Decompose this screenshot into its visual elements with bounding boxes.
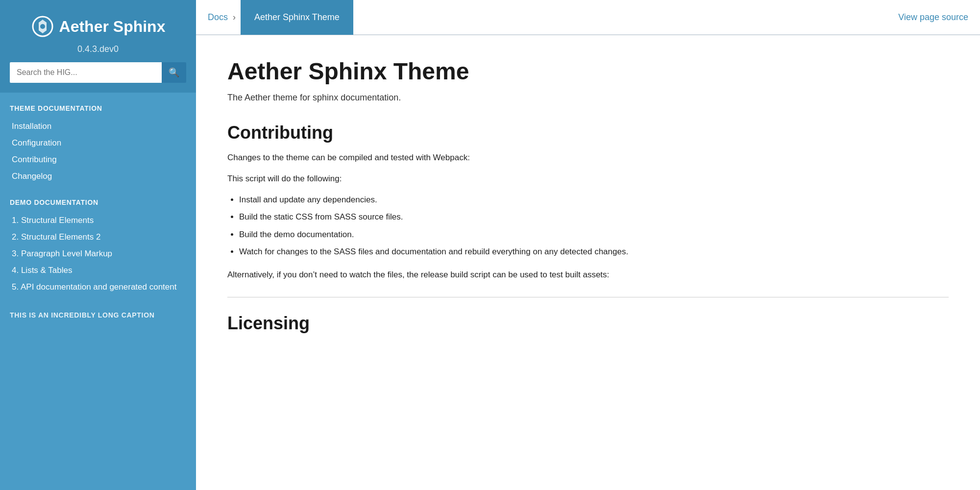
nav-item-contributing[interactable]: Contributing [10,151,186,168]
sidebar: Aether Sphinx 0.4.3.dev0 🔍 THEME DOCUMEN… [0,0,196,490]
search-button[interactable]: 🔍 [162,62,186,83]
search-container: 🔍 [10,62,186,83]
script-desc: This script will do the following: [227,172,949,185]
list-item: Build the demo documentation. [239,228,949,241]
page-title: Aether Sphinx Theme [227,59,949,85]
sidebar-title: Aether Sphinx [59,18,166,36]
breadcrumb-current: Aether Sphinx Theme [241,0,353,35]
divider [227,297,949,297]
sidebar-nav: THEME DOCUMENTATION Installation Configu… [0,93,196,490]
nav-item-changelog[interactable]: Changelog [10,168,186,185]
list-item: Watch for changes to the SASS files and … [239,245,949,258]
main-area: Docs › Aether Sphinx Theme View page sou… [196,0,980,490]
nav-item-configuration[interactable]: Configuration [10,135,186,151]
topbar: Docs › Aether Sphinx Theme View page sou… [196,0,980,35]
nav-item-lists-tables[interactable]: 4. Lists & Tables [10,262,186,279]
search-icon: 🔍 [169,68,179,77]
contributing-intro: Changes to the theme can be compiled and… [227,151,949,164]
nav-item-paragraph[interactable]: 3. Paragraph Level Markup [10,245,186,262]
sidebar-header: Aether Sphinx 0.4.3.dev0 🔍 [0,0,196,93]
page-subtitle: The Aether theme for sphinx documentatio… [227,93,949,103]
search-input[interactable] [10,62,162,83]
breadcrumb-docs-link[interactable]: Docs [208,12,228,23]
sidebar-version: 0.4.3.dev0 [10,44,186,54]
alternative-text: Alternatively, if you don’t need to watc… [227,268,949,281]
sidebar-logo: Aether Sphinx [10,15,186,38]
svg-point-1 [40,24,45,29]
demo-doc-section-label: DEMO DOCUMENTATION [10,198,186,206]
list-item: Install and update any dependencies. [239,193,949,206]
page-content: Aether Sphinx Theme The Aether theme for… [196,35,980,490]
breadcrumb: Docs › Aether Sphinx Theme [196,0,365,34]
caption-label: THIS IS AN INCREDIBLY LONG CAPTION [10,311,186,319]
list-item: Build the static CSS from SASS source fi… [239,210,949,223]
theme-doc-section-label: THEME DOCUMENTATION [10,104,186,112]
licensing-heading: Licensing [227,313,949,334]
breadcrumb-arrow: › [233,12,236,23]
kde-icon [31,15,54,38]
bullet-list: Install and update any dependencies. Bui… [239,193,949,258]
nav-item-installation[interactable]: Installation [10,118,186,135]
nav-item-structural-2[interactable]: 2. Structural Elements 2 [10,229,186,245]
nav-item-api[interactable]: 5. API documentation and generated conte… [10,279,186,295]
contributing-heading: Contributing [227,122,949,143]
nav-item-structural-1[interactable]: 1. Structural Elements [10,212,186,229]
view-page-source-link[interactable]: View page source [886,0,980,34]
